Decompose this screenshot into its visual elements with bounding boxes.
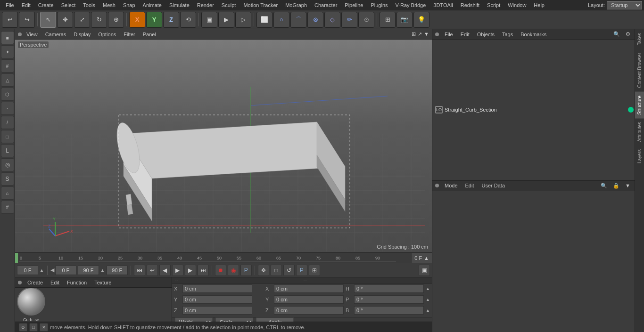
p-rot-stepper[interactable]: ▲: [426, 297, 430, 302]
select-button[interactable]: ↖: [40, 12, 56, 28]
attr-menu-user-data[interactable]: User Data: [480, 182, 507, 189]
tab-layers[interactable]: Layers: [635, 146, 644, 167]
goto-start-button[interactable]: ⏮: [134, 265, 145, 276]
bottom-menu-edit[interactable]: Edit: [49, 279, 61, 286]
viewport-menu-cameras[interactable]: Cameras: [42, 31, 69, 38]
end-frame-arrow[interactable]: ▲: [100, 267, 105, 273]
h-rot-input[interactable]: [354, 284, 424, 293]
status-icon-3[interactable]: ✕: [40, 323, 48, 332]
attr-menu-mode[interactable]: Mode: [443, 182, 460, 189]
select-view-button[interactable]: □: [271, 265, 282, 276]
sidebar-tool5[interactable]: #: [1, 201, 14, 214]
loop-button[interactable]: ↺: [283, 265, 295, 276]
end-frame-left-input[interactable]: [78, 266, 99, 275]
render-active-button[interactable]: ▶: [218, 12, 234, 28]
sidebar-tool3[interactable]: S: [1, 172, 14, 186]
menu-file[interactable]: File: [2, 1, 18, 9]
sidebar-sculpt-mode[interactable]: #: [1, 59, 14, 73]
tab-structure[interactable]: Structure: [635, 92, 644, 119]
object-panel-content[interactable]: LO Straight_Curb_Section: [432, 40, 644, 180]
sidebar-texture-mode[interactable]: ✦: [1, 45, 14, 58]
obj-menu-file[interactable]: File: [443, 31, 455, 38]
layout-dropdown[interactable]: Startup Standard Animate: [607, 1, 642, 9]
y-axis-button[interactable]: Y: [146, 12, 162, 28]
transform-button[interactable]: ⊕: [108, 12, 124, 28]
timeline-frame-end[interactable]: 0 F ▲: [411, 253, 432, 263]
rotate-button[interactable]: ↻: [91, 12, 107, 28]
x-pos-input[interactable]: [182, 284, 252, 293]
redo-button[interactable]: ↪: [19, 12, 35, 28]
obj-search-icon[interactable]: 🔍: [613, 31, 620, 37]
start-frame-arrow[interactable]: ◀: [50, 267, 54, 273]
bottom-menu-texture[interactable]: Texture: [92, 279, 113, 286]
menu-help[interactable]: Help: [530, 1, 548, 9]
lasso-button[interactable]: ⊙: [358, 12, 374, 28]
sidebar-motion-mode[interactable]: △: [1, 73, 14, 87]
frame-input-arrow-up[interactable]: ▲: [39, 267, 44, 273]
menu-mograph[interactable]: MoGraph: [281, 1, 311, 9]
step-back-button[interactable]: ↩: [147, 265, 158, 276]
x-size-input[interactable]: [274, 284, 344, 293]
menu-tools[interactable]: Tools: [79, 1, 99, 9]
menu-create[interactable]: Create: [34, 1, 58, 9]
tab-content-browser[interactable]: Content Browser: [635, 49, 644, 91]
attr-lock-icon[interactable]: 🔒: [613, 183, 619, 189]
current-frame-input[interactable]: [17, 266, 38, 275]
bookmark-button[interactable]: P: [296, 265, 307, 276]
scale-button[interactable]: ⤢: [74, 12, 90, 28]
record-button[interactable]: ⏺: [215, 265, 226, 276]
timeline-end-arrow[interactable]: ▲: [424, 255, 429, 261]
menu-select[interactable]: Select: [58, 1, 80, 9]
viewport-canvas[interactable]: Perspective Grid Spacing : 100 cm X Y Z: [15, 40, 432, 252]
sidebar-rigging-mode[interactable]: ⬡: [1, 88, 14, 101]
viewport-icon-1[interactable]: ⊞: [412, 31, 416, 37]
render-region-button[interactable]: ▣: [201, 12, 217, 28]
status-icon-2[interactable]: □: [29, 323, 38, 332]
viewport-icon-2[interactable]: ↗: [418, 31, 422, 37]
goto-end-button[interactable]: ⏭: [198, 265, 209, 276]
menu-snap[interactable]: Snap: [119, 1, 139, 9]
menu-motion-tracker[interactable]: Motion Tracker: [239, 1, 281, 9]
z-pos-input[interactable]: [182, 306, 252, 315]
y-size-input[interactable]: [274, 295, 344, 304]
b-rot-stepper[interactable]: ▲: [426, 308, 430, 313]
world-dropdown[interactable]: World Object: [175, 317, 213, 322]
sidebar-points-mode[interactable]: ·: [1, 102, 14, 115]
end-frame-right-input[interactable]: [107, 266, 128, 275]
play-button[interactable]: ▶: [172, 265, 183, 276]
viewport-menu-display[interactable]: Display: [71, 31, 93, 38]
menu-edit[interactable]: Edit: [18, 1, 34, 9]
menu-character[interactable]: Character: [311, 1, 341, 9]
p-rot-input[interactable]: [354, 295, 424, 304]
spline-button[interactable]: ⌒: [290, 12, 306, 28]
obj-menu-tags[interactable]: Tags: [500, 31, 515, 38]
h-rot-stepper[interactable]: ▲: [426, 286, 430, 291]
status-icon-1[interactable]: ⊙: [19, 323, 27, 332]
render-all-button[interactable]: ▷: [235, 12, 251, 28]
deformer-button[interactable]: ◇: [324, 12, 340, 28]
film-button[interactable]: ▣: [419, 265, 430, 276]
viewport[interactable]: View Cameras Display Options Filter Pane…: [15, 29, 432, 252]
y-pos-input[interactable]: [182, 295, 252, 304]
key-button[interactable]: P: [240, 265, 252, 276]
menu-pipeline[interactable]: Pipeline: [341, 1, 367, 9]
tab-takes[interactable]: Takes: [635, 29, 644, 49]
menu-mesh[interactable]: Mesh: [99, 1, 119, 9]
menu-redshift[interactable]: Redshift: [457, 1, 483, 9]
sidebar-tool1[interactable]: L: [1, 144, 14, 157]
step-fwd-button[interactable]: ▶: [185, 265, 196, 276]
light-button[interactable]: 💡: [413, 12, 429, 28]
menu-3dtoall[interactable]: 3DTOAll: [429, 1, 456, 9]
grid-button[interactable]: ⊞: [380, 12, 396, 28]
scale-dropdown[interactable]: Scale: [215, 317, 253, 322]
sidebar-edges-mode[interactable]: /: [1, 116, 14, 129]
sphere-button[interactable]: ○: [273, 12, 289, 28]
dots-button[interactable]: ⊞: [309, 265, 320, 276]
viewport-menu-options[interactable]: Options: [95, 31, 119, 38]
menu-sculpt[interactable]: Sculpt: [218, 1, 240, 9]
menu-window[interactable]: Window: [504, 1, 530, 9]
z-size-input[interactable]: [274, 306, 344, 315]
x-axis-button[interactable]: X: [129, 12, 145, 28]
menu-plugins[interactable]: Plugins: [367, 1, 391, 9]
xform-button[interactable]: ⟲: [180, 12, 196, 28]
